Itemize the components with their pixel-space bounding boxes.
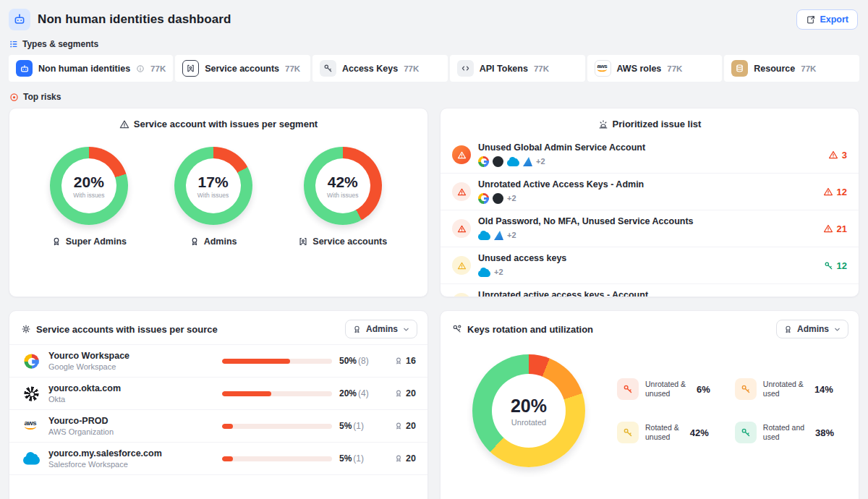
source-row-salesforce[interactable]: yourco.my.salesforce.com Salesforce Work… <box>9 442 427 474</box>
badge-icon <box>783 325 793 334</box>
issues-bar <box>222 391 332 396</box>
segment-count: 77K <box>285 64 300 73</box>
severity-high-icon <box>452 182 471 201</box>
export-label: Export <box>820 14 848 25</box>
database-icon <box>731 60 748 77</box>
filter-value: Admins <box>797 324 829 334</box>
issue-row[interactable]: Old Password, No MFA, Unused Service Acc… <box>441 210 859 247</box>
segment-resource[interactable]: Resource 77K <box>724 55 859 82</box>
info-icon[interactable] <box>136 64 145 73</box>
legend-rotated-unused: Rotated &unused 42% <box>617 422 710 443</box>
issue-row[interactable]: Unused access keys +2 12 <box>441 247 859 283</box>
source-name: yourco.okta.com <box>48 383 222 393</box>
legend-value: 6% <box>697 384 710 395</box>
badge-icon <box>190 236 200 247</box>
admins-donut: 17% With issues Admins <box>174 147 252 247</box>
google-icon <box>478 156 489 167</box>
segment-api-tokens[interactable]: API Tokens 77K <box>450 55 585 82</box>
legend-unrotated-used: Unrotated &used 14% <box>735 378 834 400</box>
segment-aws-roles[interactable]: AWS roles 77K <box>587 55 723 82</box>
card-title-text: Service account with issues per segment <box>134 119 318 129</box>
donut-charts-row: 20% With issues Super Admins <box>9 132 427 247</box>
card-title: Keys rotation and utilization <box>452 324 593 335</box>
donut-percent: 42% <box>328 174 358 191</box>
azure-icon <box>523 157 532 166</box>
export-button[interactable]: Export <box>796 9 858 30</box>
segments-band: Non human identities 77K Service account… <box>9 55 859 82</box>
source-row[interactable] <box>9 474 427 487</box>
issue-row[interactable]: Unrotated Active Access Keys - Admin +2 … <box>441 173 859 210</box>
issues-bar <box>222 456 332 461</box>
google-icon <box>478 193 489 204</box>
donut-caption: With issues <box>73 192 104 199</box>
segment-label: API Tokens <box>480 64 528 74</box>
issue-source-icons <box>478 267 490 277</box>
issue-title: Unused access keys <box>478 253 817 263</box>
aws-icon <box>21 416 41 436</box>
source-type: AWS Organization <box>48 427 222 436</box>
issue-title: Unused Global Admin Service Account <box>478 142 821 153</box>
segment-label: Resource <box>754 64 795 74</box>
service-accounts-donut: 42% With issues Service accounts <box>298 147 387 247</box>
issue-row[interactable]: Unrotated active access keys - Account +… <box>441 283 859 297</box>
issue-row[interactable]: Unused Global Admin Service Account +2 3 <box>441 137 859 173</box>
card-title: Prioritized issue list <box>441 108 859 132</box>
key-icon <box>735 378 757 400</box>
source-percent: 5%(1) <box>339 421 390 431</box>
source-total-count: 16 <box>394 356 416 366</box>
warning-icon <box>823 223 833 234</box>
source-percent: 20%(4) <box>339 388 390 398</box>
source-name: Yourco-PROD <box>48 416 222 426</box>
badge-icon <box>394 357 403 365</box>
source-total-count: 20 <box>394 388 416 398</box>
issue-list: Unused Global Admin Service Account +2 3 <box>441 137 859 297</box>
source-percent: 50%(8) <box>339 356 390 366</box>
keys-rotation-donut-chart: 20% Unrotated <box>472 354 585 467</box>
badge-icon <box>394 389 403 398</box>
severity-medium-icon <box>452 293 471 297</box>
source-list: Yourco Workspace Google Workspace 50%(8)… <box>9 344 427 487</box>
source-type: Google Workspace <box>48 362 222 371</box>
segment-filter-dropdown[interactable]: Admins <box>776 320 848 338</box>
page-title: Non human identities dashboard <box>38 12 231 27</box>
card-title-text: Prioritized issue list <box>613 119 702 129</box>
segment-count: 77K <box>534 64 549 73</box>
salesforce-icon <box>478 234 490 240</box>
source-row-okta[interactable]: yourco.okta.com Okta 20%(4) 20 <box>9 377 427 409</box>
segment-label: Service accounts <box>205 64 279 74</box>
donut-caption: With issues <box>197 192 229 199</box>
source-row-aws[interactable]: Yourco-PROD AWS Organization 5%(1) 20 <box>9 409 427 442</box>
code-icon <box>457 60 474 77</box>
issue-source-icons <box>478 230 503 240</box>
source-row-google[interactable]: Yourco Workspace Google Workspace 50%(8)… <box>9 344 427 377</box>
okta-icon <box>21 383 41 404</box>
salesforce-icon <box>507 160 519 166</box>
segments-list-icon <box>9 40 18 48</box>
github-icon <box>493 156 503 167</box>
card-title-text: Service accounts with issues per source <box>36 324 218 335</box>
issue-extra-count: +2 <box>507 194 516 202</box>
warning-icon <box>119 119 129 129</box>
segment-access-keys[interactable]: Access Keys 77K <box>312 55 448 82</box>
donut-label-text: Admins <box>204 236 237 247</box>
key-icon <box>617 378 639 400</box>
prioritized-issue-list-card: Prioritized issue list Unused Global Adm… <box>440 108 859 297</box>
donut-caption: With issues <box>327 192 358 199</box>
issue-key-count: 12 <box>824 260 847 271</box>
segment-filter-dropdown[interactable]: Admins <box>345 320 417 338</box>
issues-per-source-card: Service accounts with issues per source … <box>9 310 428 499</box>
service-account-icon <box>298 236 308 247</box>
legend-rotated-used: Rotated andused 38% <box>735 422 834 443</box>
segment-count: 77K <box>801 64 816 73</box>
issue-extra-count: +2 <box>494 268 503 276</box>
issue-title: Old Password, No MFA, Unused Service Acc… <box>478 216 816 226</box>
service-account-icon <box>182 60 199 77</box>
legend-value: 14% <box>814 384 833 395</box>
top-risks-label: Top risks <box>23 92 61 102</box>
segment-non-human-identities[interactable]: Non human identities 77K <box>9 55 173 82</box>
segment-service-accounts[interactable]: Service accounts 77K <box>175 55 310 82</box>
source-total-count: 20 <box>394 421 416 431</box>
keys-icon <box>452 324 462 334</box>
issue-alert-count: 3 <box>828 150 847 161</box>
types-segments-heading: Types & segments <box>9 39 868 49</box>
